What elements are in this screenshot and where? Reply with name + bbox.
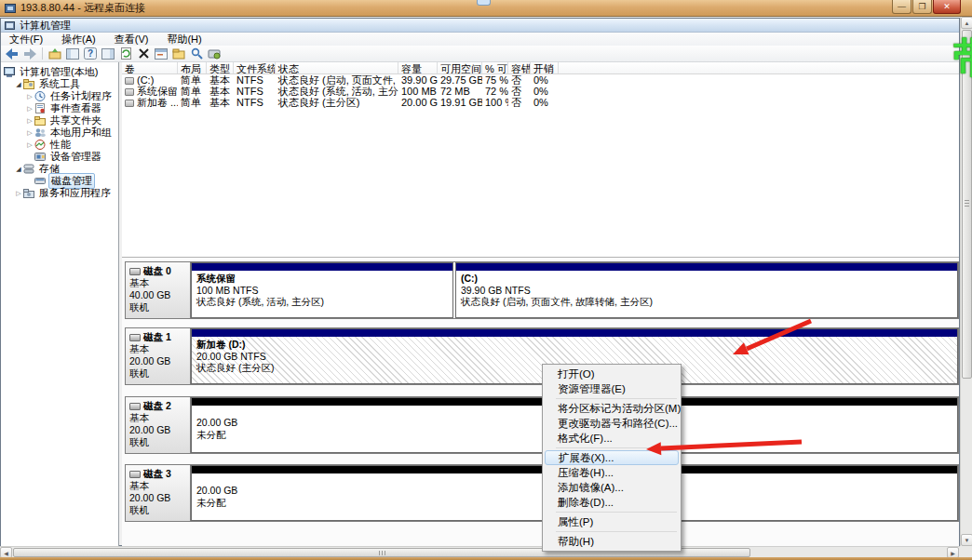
column-header-capacity[interactable]: 容量 bbox=[398, 62, 438, 73]
volume-list: 卷 布局 类型 文件系统 状态 容量 可用空间 % 可用 容错 开销 (C:) … bbox=[122, 62, 959, 258]
open-icon[interactable] bbox=[171, 47, 186, 60]
close-button[interactable]: ✕ bbox=[933, 0, 961, 14]
disk-type: 基本 bbox=[129, 343, 186, 355]
cell-type: 基本 bbox=[207, 96, 234, 110]
disk-0-graph: 系统保留 100 MB NTFS 状态良好 (系统, 活动, 主分区) (C:)… bbox=[191, 262, 958, 318]
partition-size: 39.90 GB NTFS bbox=[461, 285, 957, 297]
menu-item-add-mirror[interactable]: 添加镜像(A)... bbox=[543, 480, 681, 495]
disk-status: 联机 bbox=[129, 301, 186, 313]
menu-item-open[interactable]: 打开(O) bbox=[543, 367, 681, 381]
disk-icon bbox=[129, 403, 141, 410]
menu-action[interactable]: 操作(A) bbox=[59, 33, 99, 47]
volume-icon bbox=[125, 100, 134, 107]
disk-2-label[interactable]: 磁盘 2 基本 20.00 GB 联机 bbox=[126, 397, 191, 453]
menu-item-delete-volume[interactable]: 删除卷(D)... bbox=[543, 495, 681, 510]
cell-free-space: 19.91 GB bbox=[438, 97, 482, 108]
cell-filesystem: NTFS bbox=[234, 97, 276, 108]
svg-text:?: ? bbox=[88, 48, 93, 59]
rdp-horizontal-scrollbar[interactable]: ◀ ▶ bbox=[0, 546, 960, 557]
disk-settings-icon[interactable] bbox=[207, 47, 222, 60]
primary-partition-band bbox=[192, 329, 957, 337]
computer-icon bbox=[4, 67, 15, 77]
disk-3-label[interactable]: 磁盘 3 基本 20.00 GB 联机 bbox=[126, 465, 191, 521]
collapsed-arrow-icon[interactable]: ▷ bbox=[25, 141, 34, 149]
column-header-layout[interactable]: 布局 bbox=[178, 62, 207, 73]
disk-status: 联机 bbox=[129, 504, 186, 516]
delete-icon[interactable] bbox=[136, 47, 151, 60]
menu-item-format[interactable]: 格式化(F)... bbox=[543, 431, 681, 446]
collapsed-arrow-icon[interactable]: ▷ bbox=[25, 129, 34, 137]
menu-item-change-drive-letter[interactable]: 更改驱动器号和路径(C)... bbox=[543, 416, 681, 431]
volume-row-system-reserved[interactable]: 系统保留 简单 基本 NTFS 状态良好 (系统, 活动, 主分区) 100 M… bbox=[122, 86, 959, 97]
volume-context-menu: 打开(O) 资源管理器(E) 将分区标记为活动分区(M) 更改驱动器号和路径(C… bbox=[542, 364, 682, 552]
column-header-percent-free[interactable]: % 可用 bbox=[482, 62, 508, 73]
console-tree-pane: 计算机管理(本地) ◢ 系统工具 ▷ 任务计划程序 ▷ 事件查看器 ▷ 共享文件… bbox=[1, 62, 119, 546]
column-header-type[interactable]: 类型 bbox=[207, 62, 234, 73]
disk-management-pane: 卷 布局 类型 文件系统 状态 容量 可用空间 % 可用 容错 开销 (C:) … bbox=[122, 62, 959, 546]
volume-list-header: 卷 布局 类型 文件系统 状态 容量 可用空间 % 可用 容错 开销 bbox=[122, 62, 959, 74]
volume-row-c[interactable]: (C:) 简单 基本 NTFS 状态良好 (启动, 页面文件, 故障转储, 主分… bbox=[122, 74, 959, 86]
collapsed-arrow-icon[interactable]: ▷ bbox=[25, 93, 34, 100]
rdp-pin-tab[interactable] bbox=[477, 0, 491, 6]
expanded-arrow-icon[interactable]: ◢ bbox=[14, 81, 23, 88]
menu-separator bbox=[556, 512, 677, 513]
up-level-icon[interactable] bbox=[47, 47, 62, 60]
volume-row-new-volume[interactable]: 新加卷 ... 简单 基本 NTFS 状态良好 (主分区) 20.00 GB 1… bbox=[122, 97, 959, 108]
menu-item-help[interactable]: 帮助(H) bbox=[543, 534, 681, 549]
partition-title: 系统保留 bbox=[196, 273, 452, 285]
cell-free-space: 29.75 GB bbox=[438, 74, 482, 86]
action-pane-toggle-icon[interactable] bbox=[101, 47, 115, 60]
cm-title-bar[interactable]: 计算机管理 bbox=[1, 19, 959, 33]
refresh-icon[interactable] bbox=[118, 47, 133, 60]
disk-0-row: 磁盘 0 基本 40.00 GB 联机 系统保留 100 MB NTFS 状态良… bbox=[125, 261, 959, 319]
disk-status: 联机 bbox=[129, 367, 186, 380]
cell-percent-free: 100 % bbox=[482, 97, 508, 108]
disk-1-label[interactable]: 磁盘 1 基本 20.00 GB 联机 bbox=[126, 328, 191, 384]
cell-percent-free: 75 % bbox=[482, 74, 508, 86]
help-icon[interactable]: ? bbox=[83, 47, 98, 60]
disk-type: 基本 bbox=[129, 412, 186, 424]
column-header-fault-tolerance[interactable]: 容错 bbox=[508, 62, 531, 73]
vertical-scrollbar-thumb[interactable] bbox=[962, 30, 972, 379]
column-header-volume[interactable]: 卷 bbox=[122, 62, 178, 73]
volume-icon bbox=[125, 88, 134, 96]
partition-system-reserved[interactable]: 系统保留 100 MB NTFS 状态良好 (系统, 活动, 主分区) bbox=[191, 262, 453, 318]
tree-item-services-applications[interactable]: ▷ 服务和应用程序 bbox=[1, 187, 118, 199]
restore-button[interactable]: ❐ bbox=[912, 0, 932, 14]
rdp-title-bar[interactable]: 193.8.80.44 - 远程桌面连接 — ❐ ✕ bbox=[0, 0, 972, 17]
expanded-arrow-icon[interactable]: ◢ bbox=[14, 166, 23, 173]
menu-help[interactable]: 帮助(H) bbox=[164, 33, 204, 47]
rdp-vertical-scrollbar[interactable]: ▲ ▼ bbox=[960, 17, 972, 546]
column-header-status[interactable]: 状态 bbox=[276, 62, 398, 73]
collapsed-arrow-icon[interactable]: ▷ bbox=[25, 117, 34, 125]
menu-item-properties[interactable]: 属性(P) bbox=[543, 514, 681, 529]
partition-c-drive[interactable]: (C:) 39.90 GB NTFS 状态良好 (启动, 页面文件, 故障转储,… bbox=[455, 262, 958, 318]
collapsed-arrow-icon[interactable]: ▷ bbox=[25, 105, 34, 113]
column-header-overhead[interactable]: 开销 bbox=[531, 62, 559, 73]
menu-item-extend-volume[interactable]: 扩展卷(X)... bbox=[545, 450, 679, 465]
close-icon: ✕ bbox=[943, 3, 951, 11]
scroll-down-icon[interactable]: ▼ bbox=[961, 534, 972, 546]
find-icon[interactable] bbox=[189, 47, 204, 60]
menu-item-shrink-volume[interactable]: 压缩卷(H)... bbox=[543, 465, 681, 480]
disk-0-label[interactable]: 磁盘 0 基本 40.00 GB 联机 bbox=[126, 262, 191, 318]
console-tree-toggle-icon[interactable] bbox=[65, 47, 80, 60]
cell-fault-tolerance: 否 bbox=[508, 96, 531, 110]
column-header-filesystem[interactable]: 文件系统 bbox=[234, 62, 276, 73]
cell-volume: 新加卷 ... bbox=[137, 97, 178, 108]
menu-file[interactable]: 文件(F) bbox=[7, 33, 46, 47]
menu-item-explorer[interactable]: 资源管理器(E) bbox=[543, 381, 681, 396]
minimize-button[interactable]: — bbox=[892, 0, 911, 14]
forward-icon[interactable] bbox=[22, 47, 37, 60]
scroll-up-icon[interactable]: ▲ bbox=[961, 17, 972, 29]
menu-item-mark-partition-active[interactable]: 将分区标记为活动分区(M) bbox=[543, 401, 681, 416]
collapsed-arrow-icon[interactable]: ▷ bbox=[14, 190, 23, 197]
properties-icon[interactable] bbox=[154, 47, 169, 60]
back-icon[interactable] bbox=[5, 47, 20, 60]
users-groups-icon bbox=[34, 127, 46, 138]
cell-overhead: 0% bbox=[531, 86, 559, 97]
column-header-free-space[interactable]: 可用空间 bbox=[438, 62, 482, 73]
minimize-icon: — bbox=[898, 3, 906, 11]
disk-name: 磁盘 0 bbox=[143, 265, 171, 277]
menu-view[interactable]: 查看(V) bbox=[112, 33, 152, 47]
